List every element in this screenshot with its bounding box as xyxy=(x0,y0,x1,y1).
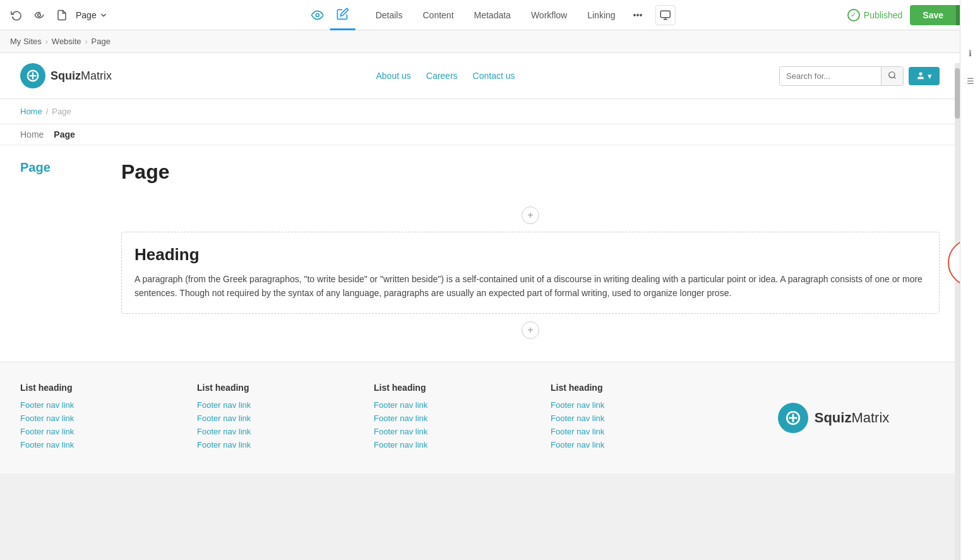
right-panel: ℹ ☰ xyxy=(960,0,980,474)
footer-link-4-1[interactable]: Footer nav link xyxy=(551,400,727,410)
footer-col-3: List heading Footer nav link Footer nav … xyxy=(374,383,551,453)
monitor-icon[interactable] xyxy=(655,5,675,25)
history-icon[interactable] xyxy=(8,6,25,24)
footer-heading-2: List heading xyxy=(197,383,374,393)
footer-link-2-4[interactable]: Footer nav link xyxy=(197,440,374,450)
site-footer: List heading Footer nav link Footer nav … xyxy=(0,362,960,474)
published-label: Published xyxy=(864,10,903,20)
nav-about[interactable]: About us xyxy=(376,71,411,81)
site-breadcrumb-page: Page xyxy=(52,107,71,116)
footer-link-1-2[interactable]: Footer nav link xyxy=(20,414,197,423)
logo-icon xyxy=(20,63,45,88)
top-toolbar: Page Details Content Metadata Workflow L… xyxy=(0,0,980,30)
breadcrumb-website[interactable]: Website xyxy=(52,37,81,46)
page-dropdown[interactable]: Page xyxy=(76,10,108,20)
footer-logo-icon xyxy=(778,403,808,433)
tab-content[interactable]: Content xyxy=(412,0,463,30)
add-block-top-button[interactable]: + xyxy=(522,206,539,224)
footer-link-1-1[interactable]: Footer nav link xyxy=(20,400,197,410)
page-content-area: Page Page + Heading A paragraph (from th… xyxy=(0,145,960,362)
footer-link-2-1[interactable]: Footer nav link xyxy=(197,400,374,410)
svg-point-0 xyxy=(38,13,41,16)
site-header: SquizMatrix About us Careers Contact us xyxy=(0,53,960,99)
page-heading: Page xyxy=(121,160,940,184)
footer-link-3-3[interactable]: Footer nav link xyxy=(374,427,551,436)
sidebar-title: Page xyxy=(20,160,96,175)
footer-link-2-3[interactable]: Footer nav link xyxy=(197,427,374,436)
breadcrumb-page: Page xyxy=(92,37,111,46)
info-icon[interactable]: ℹ xyxy=(962,44,979,62)
site-breadcrumb: Home / Page xyxy=(0,99,960,124)
more-options[interactable]: ••• xyxy=(626,0,650,30)
view-icon[interactable] xyxy=(305,0,330,30)
footer-logo: SquizMatrix xyxy=(778,403,890,433)
scroll-area[interactable]: SquizMatrix About us Careers Contact us xyxy=(0,53,960,474)
svg-point-8 xyxy=(889,71,895,77)
site-breadcrumb-home[interactable]: Home xyxy=(20,107,42,116)
add-block-bottom: + xyxy=(121,314,940,347)
add-block-bottom-button[interactable]: + xyxy=(522,321,539,339)
svg-point-1 xyxy=(316,13,319,16)
footer-link-4-3[interactable]: Footer nav link xyxy=(551,427,727,436)
footer-link-1-4[interactable]: Footer nav link xyxy=(20,440,197,450)
toolbar-left: Page xyxy=(8,6,108,24)
footer-col-4: List heading Footer nav link Footer nav … xyxy=(551,383,727,453)
block-text: A paragraph (from the Greek paragraphos,… xyxy=(134,272,926,301)
svg-rect-2 xyxy=(660,11,670,18)
footer-col-1: List heading Footer nav link Footer nav … xyxy=(20,383,197,453)
sidebar: Page xyxy=(20,160,96,347)
search-input[interactable] xyxy=(780,68,881,85)
footer-logo-matrix: Matrix xyxy=(851,410,889,426)
logo-squiz: Squiz xyxy=(51,69,81,82)
document-icon[interactable] xyxy=(53,6,71,24)
content-block[interactable]: Heading A paragraph (from the Greek para… xyxy=(121,232,940,314)
site-nav: About us Careers Contact us xyxy=(376,71,515,81)
tab-linking[interactable]: Linking xyxy=(577,0,625,30)
search-box xyxy=(779,66,904,86)
list-icon[interactable]: ☰ xyxy=(962,72,979,90)
footer-logo-squiz: Squiz xyxy=(815,410,852,426)
breadcrumb-sep-1: › xyxy=(45,37,48,46)
tab-metadata[interactable]: Metadata xyxy=(464,0,521,30)
logo-matrix: Matrix xyxy=(81,69,112,82)
footer-logo-text: SquizMatrix xyxy=(815,410,890,426)
site-breadcrumb-sep: / xyxy=(46,107,49,116)
footer-heading-4: List heading xyxy=(551,383,727,393)
footer-link-3-1[interactable]: Footer nav link xyxy=(374,400,551,410)
svg-point-10 xyxy=(919,73,923,76)
save-button[interactable]: Save xyxy=(910,5,956,25)
nav-careers[interactable]: Careers xyxy=(426,71,458,81)
scrollbar-thumb[interactable] xyxy=(955,68,960,119)
page-label: Page xyxy=(76,10,97,20)
eye-settings-icon[interactable] xyxy=(30,6,48,24)
footer-link-3-4[interactable]: Footer nav link xyxy=(374,440,551,450)
main-content: Page + Heading A paragraph (from the Gre… xyxy=(121,160,940,347)
site-main-nav: Home Page xyxy=(0,124,960,145)
edit-icon[interactable] xyxy=(330,0,356,30)
search-button[interactable] xyxy=(881,67,903,85)
footer-heading-1: List heading xyxy=(20,383,197,393)
published-check-icon: ✓ xyxy=(847,9,860,21)
site-logo: SquizMatrix xyxy=(20,63,112,88)
footer-link-3-2[interactable]: Footer nav link xyxy=(374,414,551,423)
footer-link-2-2[interactable]: Footer nav link xyxy=(197,414,374,423)
tab-details[interactable]: Details xyxy=(366,0,413,30)
logo-text: SquizMatrix xyxy=(51,69,112,83)
add-block-top: + xyxy=(121,199,940,232)
footer-link-4-2[interactable]: Footer nav link xyxy=(551,414,727,423)
footer-link-4-4[interactable]: Footer nav link xyxy=(551,440,727,450)
breadcrumb: My Sites › Website › Page xyxy=(0,30,980,53)
main-nav-home[interactable]: Home xyxy=(20,129,44,140)
block-action-circle[interactable] xyxy=(948,239,960,287)
footer-link-1-3[interactable]: Footer nav link xyxy=(20,427,197,436)
nav-contact[interactable]: Contact us xyxy=(473,71,515,81)
published-badge: ✓ Published xyxy=(847,9,903,21)
site-wrapper: SquizMatrix About us Careers Contact us xyxy=(0,53,960,474)
footer-heading-3: List heading xyxy=(374,383,551,393)
breadcrumb-my-sites[interactable]: My Sites xyxy=(10,37,42,46)
main-wrapper: SquizMatrix About us Careers Contact us xyxy=(0,53,960,474)
user-button[interactable]: ▾ xyxy=(909,67,940,85)
main-nav-page[interactable]: Page xyxy=(54,129,75,140)
tab-workflow[interactable]: Workflow xyxy=(521,0,577,30)
svg-line-9 xyxy=(894,76,896,78)
